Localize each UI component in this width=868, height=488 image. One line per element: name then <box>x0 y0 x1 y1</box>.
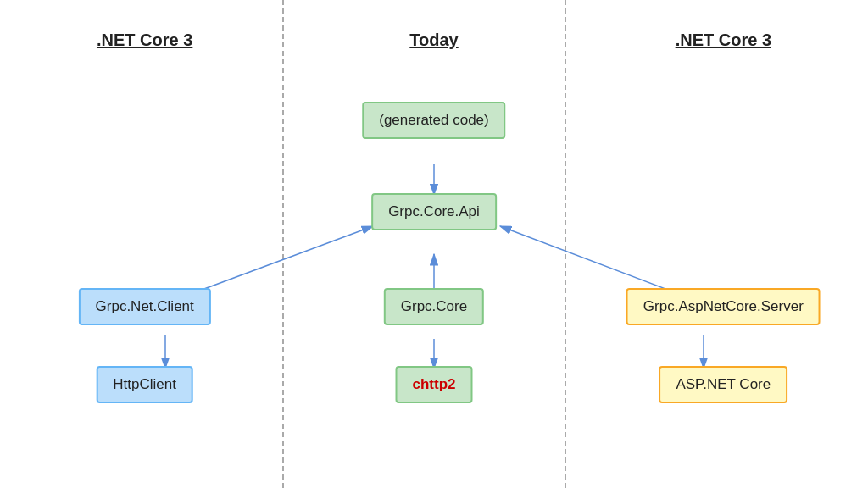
generated-code-label: (generated code) <box>379 112 488 128</box>
left-column: .NET Core 3 Grpc.Net.Client HttpClient <box>0 0 289 488</box>
grpc-aspnetcore-server-label: Grpc.AspNetCore.Server <box>643 298 804 314</box>
right-header: .NET Core 3 <box>676 30 771 50</box>
center-column: Today (generated code) Grpc.Core.Api Grp… <box>289 0 578 488</box>
diagram-container: .NET Core 3 Grpc.Net.Client HttpClient T… <box>0 0 868 488</box>
http-client-label: HttpClient <box>113 376 176 392</box>
grpc-core-label: Grpc.Core <box>401 298 467 314</box>
generated-code-box: (generated code) <box>362 102 505 139</box>
left-header: .NET Core 3 <box>97 30 192 50</box>
http-client-box: HttpClient <box>96 366 193 403</box>
grpc-core-box: Grpc.Core <box>384 288 484 325</box>
grpc-net-client-box: Grpc.Net.Client <box>79 288 211 325</box>
aspnet-core-box: ASP.NET Core <box>659 366 787 403</box>
chttp2-box: chttp2 <box>395 366 472 403</box>
grpc-core-api-label: Grpc.Core.Api <box>388 203 480 219</box>
center-header: Today <box>409 30 458 50</box>
chttp2-label: chttp2 <box>412 376 455 392</box>
right-column: .NET Core 3 Grpc.AspNetCore.Server ASP.N… <box>579 0 868 488</box>
grpc-aspnetcore-server-box: Grpc.AspNetCore.Server <box>626 288 821 325</box>
aspnet-core-label: ASP.NET Core <box>676 376 771 392</box>
grpc-core-api-box: Grpc.Core.Api <box>371 193 497 230</box>
grpc-net-client-label: Grpc.Net.Client <box>96 298 194 314</box>
